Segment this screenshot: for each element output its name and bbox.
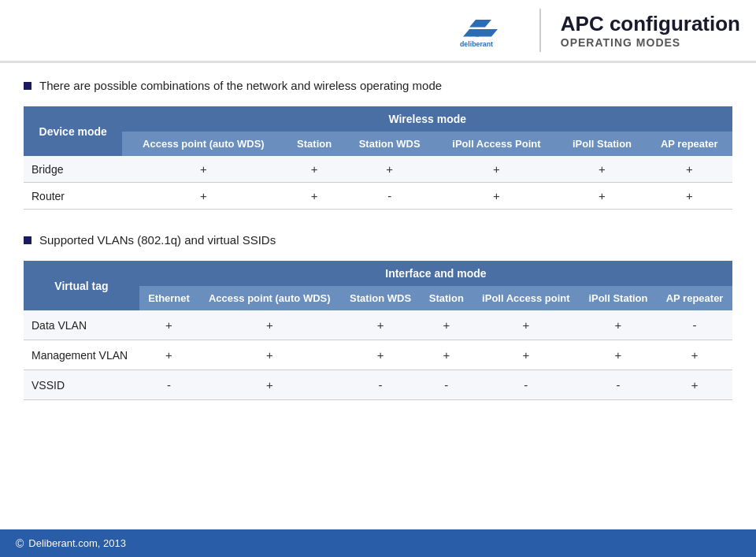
header-divider bbox=[539, 9, 541, 52]
main-content: There are possible combinations of the n… bbox=[0, 63, 756, 440]
bullet-2: Supported VLANs (802.1q) and virtual SSI… bbox=[24, 233, 732, 247]
device-mode-header: Device mode bbox=[24, 106, 122, 156]
table-cell: + bbox=[421, 340, 472, 370]
footer-text: Deliberant.com, 2013 bbox=[28, 537, 126, 549]
col2-ipoll-station: iPoll Station bbox=[580, 286, 657, 310]
interface-mode-header: Interface and mode bbox=[139, 261, 732, 286]
table-cell: + bbox=[580, 310, 657, 340]
wireless-mode-header: Wireless mode bbox=[122, 106, 732, 132]
table-cell: + bbox=[284, 156, 344, 183]
table-row: Router++-+++ bbox=[24, 183, 732, 210]
table-cell: + bbox=[580, 340, 657, 370]
bullet-2-text: Supported VLANs (802.1q) and virtual SSI… bbox=[39, 233, 276, 247]
table-cell: - bbox=[421, 370, 472, 400]
table-cell: - bbox=[657, 310, 732, 340]
table-cell: + bbox=[558, 183, 646, 210]
header-text-block: APC configuration OPERATING MODES bbox=[561, 12, 740, 49]
table-cell: - bbox=[340, 370, 420, 400]
col-ipoll-station: iPoll Station bbox=[558, 132, 646, 156]
table-cell: + bbox=[122, 183, 284, 210]
col2-ethernet: Ethernet bbox=[139, 286, 198, 310]
table-cell: + bbox=[198, 370, 340, 400]
wireless-mode-table: Device mode Wireless mode Access point (… bbox=[24, 106, 732, 210]
col-access-point: Access point (auto WDS) bbox=[122, 132, 284, 156]
table-cell: + bbox=[139, 340, 198, 370]
table2-wrapper: Virtual tag Interface and mode Ethernet … bbox=[24, 261, 732, 400]
table-row: VSSID-+----+ bbox=[24, 370, 732, 400]
col-ap-repeater: AP repeater bbox=[647, 132, 732, 156]
table-cell: + bbox=[340, 310, 420, 340]
table-cell: + bbox=[284, 183, 344, 210]
page-subtitle: OPERATING MODES bbox=[561, 36, 740, 49]
table-cell: + bbox=[421, 310, 472, 340]
brand-logo: deliberant bbox=[457, 11, 520, 50]
svg-text:deliberant: deliberant bbox=[460, 39, 493, 47]
table-row: Data VLAN++++++- bbox=[24, 310, 732, 340]
table-cell: + bbox=[647, 183, 732, 210]
table1-top-row: Device mode Wireless mode bbox=[24, 106, 732, 132]
table1-body: Bridge++++++Router++-+++ bbox=[24, 156, 732, 210]
bullet-1: There are possible combinations of the n… bbox=[24, 79, 732, 92]
col-station-wds: Station WDS bbox=[344, 132, 435, 156]
page-footer: © Deliberant.com, 2013 bbox=[0, 529, 756, 557]
col2-ipoll-access-point: iPoll Access point bbox=[472, 286, 580, 310]
col2-station-wds: Station WDS bbox=[340, 286, 420, 310]
table-cell: + bbox=[647, 156, 732, 183]
table-cell: + bbox=[435, 183, 558, 210]
row-mode-label: VSSID bbox=[24, 370, 139, 400]
table2-body: Data VLAN++++++-Management VLAN+++++++VS… bbox=[24, 310, 732, 400]
col-station: Station bbox=[284, 132, 344, 156]
table2-top-row: Virtual tag Interface and mode bbox=[24, 261, 732, 286]
table1-wrapper: Device mode Wireless mode Access point (… bbox=[24, 106, 732, 210]
table-cell: - bbox=[139, 370, 198, 400]
table-row: Management VLAN+++++++ bbox=[24, 340, 732, 370]
logo-area: deliberant APC configuration OPERATING M… bbox=[457, 9, 740, 52]
table-cell: + bbox=[139, 310, 198, 340]
table-cell: + bbox=[122, 156, 284, 183]
bullet-icon-2 bbox=[24, 236, 32, 244]
table-cell: - bbox=[472, 370, 580, 400]
table-cell: + bbox=[558, 156, 646, 183]
copyright-icon: © bbox=[16, 537, 24, 550]
table-cell: - bbox=[344, 183, 435, 210]
col2-station: Station bbox=[421, 286, 472, 310]
table-cell: + bbox=[472, 310, 580, 340]
virtual-tag-header: Virtual tag bbox=[24, 261, 139, 310]
table-cell: + bbox=[472, 340, 580, 370]
row-mode-label: Router bbox=[24, 183, 122, 210]
bullet-1-text: There are possible combinations of the n… bbox=[39, 79, 442, 92]
col-ipoll-access-point: iPoll Access Point bbox=[435, 132, 558, 156]
table-cell: + bbox=[340, 340, 420, 370]
page-header: deliberant APC configuration OPERATING M… bbox=[0, 0, 756, 63]
table-cell: + bbox=[435, 156, 558, 183]
col2-ap-repeater: AP repeater bbox=[657, 286, 732, 310]
table-cell: + bbox=[657, 370, 732, 400]
row-mode-label: Management VLAN bbox=[24, 340, 139, 370]
bullet-icon bbox=[24, 82, 32, 90]
col2-access-point: Access point (auto WDS) bbox=[198, 286, 340, 310]
table-cell: - bbox=[580, 370, 657, 400]
table-row: Bridge++++++ bbox=[24, 156, 732, 183]
table-cell: + bbox=[344, 156, 435, 183]
table1-col-headers: Access point (auto WDS) Station Station … bbox=[24, 132, 732, 156]
svg-marker-0 bbox=[469, 20, 491, 28]
table-cell: + bbox=[198, 310, 340, 340]
row-mode-label: Bridge bbox=[24, 156, 122, 183]
table-cell: + bbox=[198, 340, 340, 370]
table-cell: + bbox=[657, 340, 732, 370]
row-mode-label: Data VLAN bbox=[24, 310, 139, 340]
page-title: APC configuration bbox=[561, 12, 740, 36]
interface-mode-table: Virtual tag Interface and mode Ethernet … bbox=[24, 261, 732, 400]
